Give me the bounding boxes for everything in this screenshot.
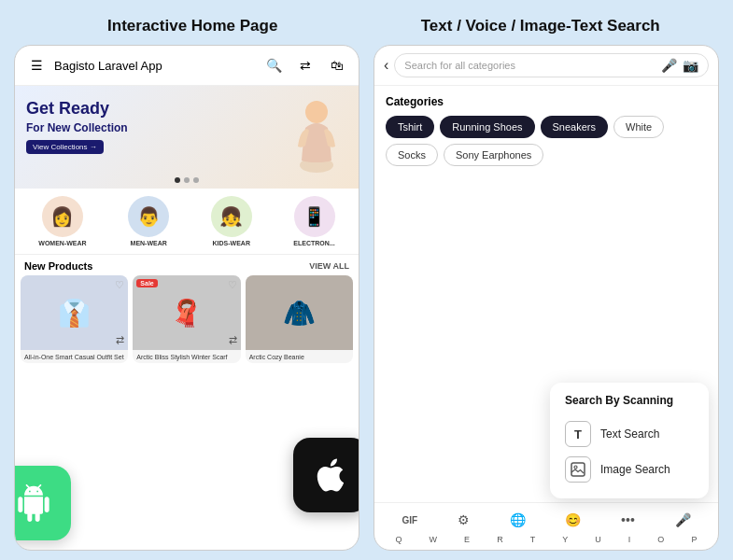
banner-figure	[284, 86, 349, 189]
keyboard-keys-row: Q W E R T Y U I O P	[382, 535, 711, 544]
camera-icon[interactable]: 📷	[683, 58, 698, 73]
product-grid: 👔 ♡ ⇄ All-in-One Smart Casual Outfit Set…	[15, 275, 359, 363]
mic-icon[interactable]: 🎤	[661, 58, 677, 73]
emoji-icon[interactable]: 😊	[565, 512, 581, 527]
view-all-link[interactable]: VIEW ALL	[309, 261, 349, 271]
svg-rect-2	[571, 463, 585, 476]
scanning-dropdown: Search By Scanning T Text Search Image S…	[550, 383, 709, 498]
app-title: Bagisto Laravel App	[54, 59, 256, 73]
apple-badge[interactable]	[293, 438, 359, 512]
banner: Get Ready For New Collection View Collec…	[15, 86, 359, 189]
cat-elec-label: ELECTRON...	[293, 240, 334, 246]
key-i[interactable]: I	[628, 535, 631, 544]
scanning-dropdown-title: Search By Scanning	[565, 394, 694, 407]
right-phone: ‹ Search for all categories 🎤 📷 Categori…	[374, 45, 719, 551]
banner-button[interactable]: View Collections →	[26, 140, 104, 154]
category-women[interactable]: 👩 WOMEN-WEAR	[38, 196, 86, 246]
new-products-header: New Products VIEW ALL	[15, 255, 359, 275]
new-products-title: New Products	[24, 260, 92, 272]
tag-white[interactable]: White	[613, 116, 664, 138]
search-placeholder: Search for all categories	[404, 60, 655, 71]
translate-icon[interactable]: 🌐	[510, 512, 526, 527]
cat-women-label: WOMEN-WEAR	[38, 240, 86, 246]
category-electronics[interactable]: 📱 ELECTRON...	[293, 196, 334, 246]
text-search-icon: T	[565, 421, 591, 447]
left-panel-title: Interactive Home Page	[19, 17, 367, 35]
key-y[interactable]: Y	[562, 535, 568, 544]
key-o[interactable]: O	[657, 535, 664, 544]
gif-button[interactable]: GIF	[402, 515, 417, 525]
key-t[interactable]: T	[530, 535, 536, 544]
categories-section-title: Categories	[386, 95, 707, 108]
categories-row: 👩 WOMEN-WEAR 👨 MEN-WEAR 👧 KIDS-WEAR 📱 EL…	[15, 189, 359, 255]
search-header: ‹ Search for all categories 🎤 📷	[374, 46, 718, 86]
right-panel-title: Text / Voice / Image-Text Search	[367, 17, 715, 35]
key-q[interactable]: Q	[396, 535, 402, 544]
settings-icon[interactable]: ⚙	[458, 512, 470, 527]
tags-row: Tshirt Running Shoes Sneakers White Sock…	[386, 116, 707, 166]
voice-icon[interactable]: 🎤	[675, 512, 691, 527]
product-name-2: Arctic Bliss Stylish Winter Scarf	[133, 350, 240, 363]
image-search-label: Image Search	[600, 463, 670, 476]
key-r[interactable]: R	[497, 535, 503, 544]
tag-tshirt[interactable]: Tshirt	[386, 116, 434, 138]
more-icon[interactable]: •••	[621, 512, 635, 527]
product-img-2: Sale 🧣 ♡ ⇄	[133, 275, 240, 350]
hamburger-icon[interactable]: ☰	[24, 53, 49, 77]
cat-women-img: 👩	[42, 196, 83, 237]
product-img-3: 🧥	[246, 275, 353, 350]
banner-dots	[175, 177, 199, 183]
key-u[interactable]: U	[595, 535, 601, 544]
cat-elec-img: 📱	[294, 196, 335, 237]
bag-icon[interactable]: 🛍	[325, 53, 349, 77]
image-search-option[interactable]: Image Search	[565, 452, 694, 487]
android-badge[interactable]	[14, 466, 71, 540]
cat-men-img: 👨	[128, 196, 169, 237]
search-bar[interactable]: Search for all categories 🎤 📷	[394, 53, 709, 77]
cat-kids-label: KIDS-WEAR	[213, 240, 250, 246]
sale-badge: Sale	[136, 279, 157, 287]
product-name-1: All-in-One Smart Casual Outfit Set	[21, 350, 128, 363]
phone-header: ☰ Bagisto Laravel App 🔍 ⇄ 🛍	[15, 46, 359, 86]
product-card-1[interactable]: 👔 ♡ ⇄ All-in-One Smart Casual Outfit Set	[21, 275, 128, 363]
category-men[interactable]: 👨 MEN-WEAR	[128, 196, 169, 246]
image-search-icon	[565, 456, 591, 483]
exchange-icon-2[interactable]: ⇄	[229, 334, 237, 346]
svg-point-3	[574, 466, 577, 469]
tag-running-shoes[interactable]: Running Shoes	[440, 116, 534, 138]
heart-icon-1[interactable]: ♡	[115, 279, 124, 291]
product-card-2[interactable]: Sale 🧣 ♡ ⇄ Arctic Bliss Stylish Winter S…	[133, 275, 240, 363]
category-kids[interactable]: 👧 KIDS-WEAR	[211, 196, 252, 246]
search-icon[interactable]: 🔍	[261, 53, 286, 77]
cat-kids-img: 👧	[211, 196, 252, 237]
text-search-label: Text Search	[600, 427, 659, 441]
header-icons: 🔍 ⇄ 🛍	[261, 53, 349, 77]
svg-point-1	[305, 101, 328, 123]
product-name-3: Arctic Cozy Beanie	[246, 350, 353, 363]
categories-section: Categories Tshirt Running Shoes Sneakers…	[374, 86, 718, 172]
keyboard-area: GIF ⚙ 🌐 😊 ••• 🎤 Q W E R T Y U I O P	[374, 502, 718, 550]
product-card-3[interactable]: 🧥 Arctic Cozy Beanie	[246, 275, 353, 363]
text-search-option[interactable]: T Text Search	[565, 416, 694, 452]
key-w[interactable]: W	[430, 535, 438, 544]
back-arrow-icon[interactable]: ‹	[384, 57, 388, 74]
cat-men-label: MEN-WEAR	[131, 240, 167, 246]
exchange-icon-1[interactable]: ⇄	[116, 334, 124, 346]
tag-sneakers[interactable]: Sneakers	[541, 116, 608, 138]
key-p[interactable]: P	[691, 535, 697, 544]
keyboard-toolbar: GIF ⚙ 🌐 😊 ••• 🎤	[382, 509, 711, 531]
exchange-icon[interactable]: ⇄	[293, 53, 317, 77]
heart-icon-2[interactable]: ♡	[228, 279, 237, 291]
left-phone: ☰ Bagisto Laravel App 🔍 ⇄ 🛍 Get Ready Fo…	[14, 45, 359, 551]
key-e[interactable]: E	[464, 535, 470, 544]
tag-socks[interactable]: Socks	[386, 144, 438, 166]
product-img-1: 👔 ♡ ⇄	[21, 275, 128, 350]
tag-sony-earphones[interactable]: Sony Earphones	[444, 144, 543, 166]
